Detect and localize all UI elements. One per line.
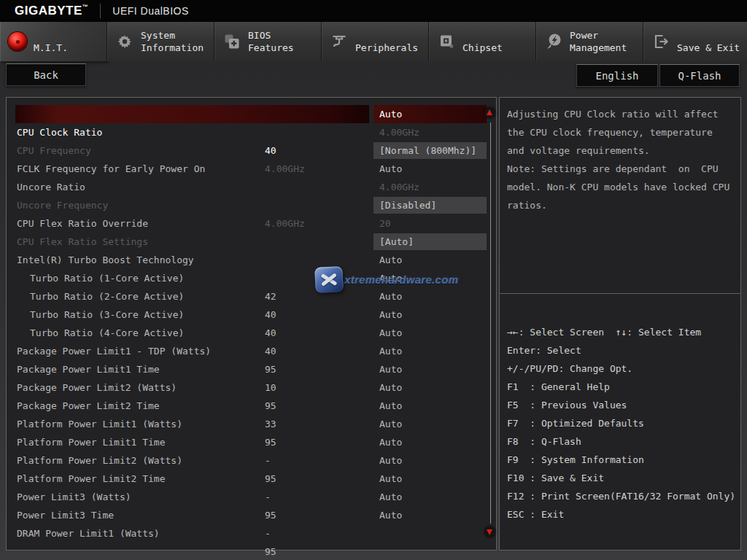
setting-name: Turbo Ratio (1-Core Active) <box>30 269 184 287</box>
setting-current-value: - <box>265 451 271 470</box>
setting-option-value: Auto <box>374 415 487 433</box>
tab-label: BIOS Features <box>248 29 321 54</box>
setting-name: FCLK Frequency for Early Power On <box>17 160 205 178</box>
setting-name: Platform Power Limit1 (Watts) <box>17 415 182 433</box>
setting-current-value: 40 <box>265 306 276 324</box>
setting-option-value: Auto <box>374 287 487 306</box>
setting-current-value: 4.00GHz <box>265 160 305 178</box>
setting-current-value: 40 <box>265 342 276 360</box>
setting-name: Turbo Ratio (3-Core Active) <box>30 306 184 324</box>
setting-option-value: Auto <box>374 488 487 506</box>
hotkey-line: F10 : Save & Exit <box>507 469 736 487</box>
setting-option-value: Auto <box>374 433 487 451</box>
tab-save-exit[interactable]: Save & Exit <box>643 22 747 61</box>
back-button[interactable]: Back <box>6 63 86 86</box>
chipset-icon <box>437 32 456 51</box>
setting-current-value: 95 <box>265 433 276 451</box>
setting-name: Platform Power Limit2 (Watts) <box>17 451 182 470</box>
bios-title: UEFI DualBIOS <box>112 5 189 17</box>
setting-option-value: Auto <box>374 269 487 287</box>
settings-row[interactable]: CPU Clock Ratio 40 Auto <box>7 105 496 123</box>
tab-label: Chipset <box>462 29 535 54</box>
setting-name: Package Power Limit1 Time <box>17 360 160 378</box>
hotkey-legend: →←: Select Screen ↑↓: Select ItemEnter: … <box>500 294 740 524</box>
hotkey-line: ESC : Exit <box>507 505 736 524</box>
tab-label: System Information <box>141 29 214 54</box>
setting-option-value: [Auto] <box>374 233 487 250</box>
hotkey-line: F9 : System Information <box>507 451 736 469</box>
tab-peripherals[interactable]: Peripherals <box>322 22 429 61</box>
setting-name: Turbo Ratio (2-Core Active) <box>30 287 184 306</box>
setting-option-value: 4.00GHz <box>374 123 487 141</box>
setting-current-value: 42 <box>265 287 276 306</box>
setting-option-value: 4.00GHz <box>374 178 487 196</box>
gigabyte-logo: GIGABYTE™ <box>15 4 88 18</box>
setting-name: Uncore Frequency <box>17 196 108 214</box>
top-bar: GIGABYTE™ UEFI DualBIOS <box>0 0 747 22</box>
help-text-line: the CPU clock frequency, temperature <box>507 123 735 141</box>
language-button[interactable]: English <box>576 64 658 87</box>
setting-name: Intel(R) Turbo Boost Technology <box>17 251 194 269</box>
hotkey-line: Enter: Select <box>507 341 736 359</box>
setting-option-value: Auto <box>374 378 487 397</box>
hotkey-line: F1 : General Help <box>507 378 736 396</box>
setting-option-value: Auto <box>374 506 487 524</box>
setting-name: Power Limit3 Time <box>17 506 114 524</box>
setting-name: Package Power Limit2 (Watts) <box>17 378 177 397</box>
tab-bar: M.I.T. System Information BIOS Features … <box>0 22 747 61</box>
bottom-strip <box>0 552 747 560</box>
setting-current-value: - <box>265 488 271 506</box>
setting-option-value: [Disabled] <box>374 197 487 214</box>
tab-system-information[interactable]: System Information <box>107 22 214 61</box>
tab-label: Save & Exit <box>677 29 747 54</box>
help-text-line: Note: Settings are dependant on CPU <box>507 160 735 178</box>
setting-current-value: 33 <box>265 415 276 433</box>
top-bar-divider <box>100 4 101 18</box>
setting-name: Package Power Limit1 - TDP (Watts) <box>17 342 211 360</box>
setting-name: Platform Power Limit1 Time <box>17 433 166 451</box>
scroll-up-icon[interactable] <box>484 107 495 118</box>
trademark-symbol: ™ <box>82 4 89 10</box>
mit-red-orb-icon <box>8 32 27 51</box>
setting-name: Package Power Limit2 Time <box>17 397 160 415</box>
help-text-area: Adjusting CPU Clock ratio will affectthe… <box>500 98 740 294</box>
setting-option-value: 20 <box>374 214 487 233</box>
exit-door-icon <box>651 32 670 51</box>
scroll-down-icon[interactable] <box>484 526 495 537</box>
setting-option-value: Auto <box>374 251 487 269</box>
setting-name: DRAM Power Limit1 (Watts) <box>17 524 160 542</box>
setting-name: CPU Frequency <box>17 141 91 160</box>
tab-power-management[interactable]: Power Management <box>536 22 643 61</box>
settings-list: CPU Clock Ratio 40 Auto CPU Frequency 4.… <box>7 105 496 524</box>
tab-bios-features[interactable]: BIOS Features <box>214 22 322 61</box>
hotkey-line: F7 : Optimized Defaults <box>507 414 736 432</box>
setting-name: Power Limit3 (Watts) <box>17 488 131 506</box>
hotkey-line: →←: Select Screen ↑↓: Select Item <box>507 323 736 341</box>
setting-option-value: Auto <box>374 160 487 178</box>
power-lightning-icon <box>544 32 563 51</box>
setting-name: Turbo Ratio (4-Core Active) <box>30 324 184 342</box>
setting-option-value: Auto <box>374 324 487 342</box>
setting-option-value: Auto <box>374 105 487 123</box>
peripherals-plug-icon <box>330 32 349 51</box>
tab-label: Power Management <box>570 29 643 54</box>
setting-name: Platform Power Limit2 Time <box>17 470 166 488</box>
help-text-line: and voltage requirements. <box>507 141 735 160</box>
hotkey-line: F5 : Previous Values <box>507 396 736 414</box>
gear-icon <box>115 32 134 51</box>
setting-current-value: 4.00GHz <box>265 214 305 233</box>
setting-option-value: Auto <box>374 360 487 378</box>
qflash-button[interactable]: Q-Flash <box>659 64 740 87</box>
setting-option-value: [Normal (800Mhz)] <box>374 142 487 159</box>
setting-current-value: 95 <box>265 360 276 378</box>
tab-chipset[interactable]: Chipset <box>429 22 536 61</box>
tab-mit[interactable]: M.I.T. <box>0 22 107 61</box>
setting-current-value: 95 <box>265 506 276 524</box>
scrollbar-track[interactable] <box>490 122 491 524</box>
tab-label: Peripherals <box>355 29 428 54</box>
tab-label: M.I.T. <box>34 29 107 54</box>
setting-name: CPU Clock Ratio <box>17 123 102 141</box>
setting-current-value: 40 <box>265 141 276 160</box>
setting-current-value: 40 <box>265 324 276 342</box>
bios-chips-icon <box>222 32 241 51</box>
